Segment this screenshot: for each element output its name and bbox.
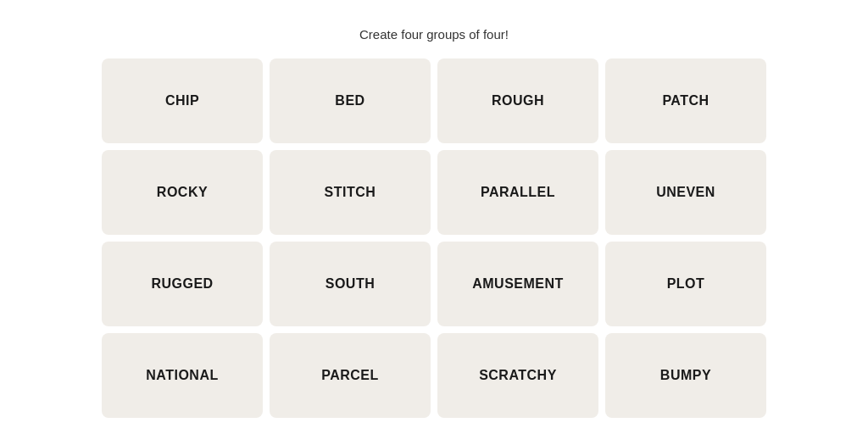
tile-label-bumpy: BUMPY	[660, 368, 711, 383]
tile-label-stitch: STITCH	[325, 185, 376, 200]
tile-label-national: NATIONAL	[146, 368, 218, 383]
game-grid: CHIPBEDROUGHPATCHROCKYSTITCHPARALLELUNEV…	[102, 58, 766, 418]
tile-label-amusement: AMUSEMENT	[472, 276, 564, 292]
tile-label-rocky: ROCKY	[157, 185, 208, 200]
tile-label-bed: BED	[335, 93, 364, 108]
tile-bed[interactable]: BED	[270, 58, 431, 143]
tile-parallel[interactable]: PARALLEL	[437, 150, 598, 235]
tile-patch[interactable]: PATCH	[605, 58, 766, 143]
tile-uneven[interactable]: UNEVEN	[605, 150, 766, 235]
game-subtitle: Create four groups of four!	[359, 27, 509, 42]
tile-stitch[interactable]: STITCH	[270, 150, 431, 235]
tile-label-parallel: PARALLEL	[481, 185, 555, 200]
tile-scratchy[interactable]: SCRATCHY	[437, 333, 598, 418]
tile-parcel[interactable]: PARCEL	[270, 333, 431, 418]
tile-rough[interactable]: ROUGH	[437, 58, 598, 143]
tile-label-scratchy: SCRATCHY	[479, 368, 557, 383]
tile-bumpy[interactable]: BUMPY	[605, 333, 766, 418]
tile-label-plot: PLOT	[667, 276, 705, 292]
tile-rugged[interactable]: RUGGED	[102, 242, 263, 326]
tile-rocky[interactable]: ROCKY	[102, 150, 263, 235]
tile-label-chip: CHIP	[165, 93, 199, 108]
tile-label-uneven: UNEVEN	[656, 185, 715, 200]
tile-south[interactable]: SOUTH	[270, 242, 431, 326]
tile-label-south: SOUTH	[326, 276, 376, 292]
tile-plot[interactable]: PLOT	[605, 242, 766, 326]
tile-amusement[interactable]: AMUSEMENT	[437, 242, 598, 326]
tile-label-parcel: PARCEL	[321, 368, 379, 383]
tile-national[interactable]: NATIONAL	[102, 333, 263, 418]
tile-chip[interactable]: CHIP	[102, 58, 263, 143]
tile-label-patch: PATCH	[662, 93, 709, 108]
tile-label-rough: ROUGH	[492, 93, 544, 108]
tile-label-rugged: RUGGED	[151, 276, 213, 292]
